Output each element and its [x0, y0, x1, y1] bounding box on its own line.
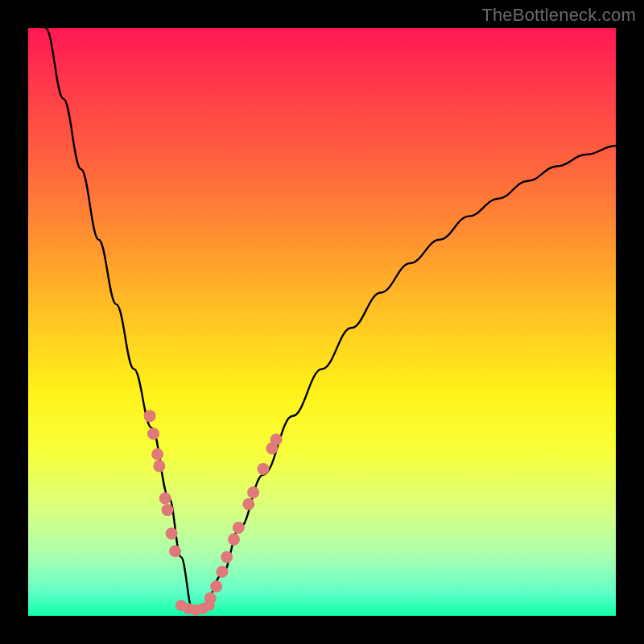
curve-dot — [147, 427, 159, 440]
watermark-text: TheBottleneck.com — [481, 5, 636, 26]
curve-dot — [221, 551, 233, 564]
curve-dot — [204, 600, 215, 611]
curve-dot — [162, 504, 174, 516]
curve-dot — [228, 534, 240, 546]
curve-dot — [242, 498, 254, 510]
chart-frame: TheBottleneck.com — [0, 0, 644, 644]
curve-dot — [159, 493, 171, 505]
bottleneck-curve — [46, 28, 616, 610]
curve-dot — [151, 448, 163, 460]
curve-dot — [153, 460, 165, 472]
curve-layer — [28, 28, 616, 616]
curve-dot — [247, 486, 259, 498]
curve-dot — [166, 527, 178, 539]
plot-area — [28, 28, 616, 616]
curve-dot — [270, 434, 283, 446]
curve-dot — [144, 410, 156, 422]
curve-dot — [233, 522, 245, 534]
curve-dot — [216, 566, 228, 578]
curve-dot — [169, 545, 181, 557]
curve-dot — [258, 463, 270, 475]
curve-dot — [210, 580, 222, 592]
